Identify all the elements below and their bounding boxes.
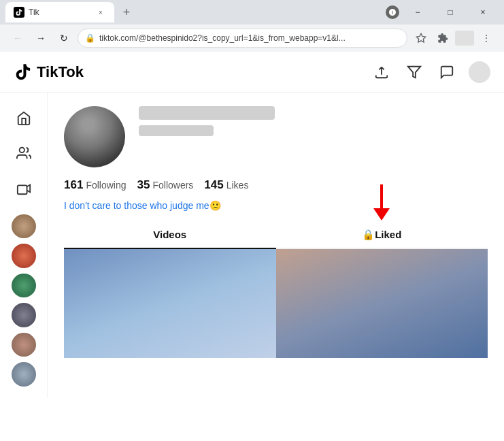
- likes-count: 145: [204, 178, 223, 192]
- video-thumbnail-2[interactable]: [276, 249, 488, 358]
- user-avatar[interactable]: [469, 61, 490, 83]
- tab-title: Tik: [29, 7, 91, 17]
- browser-tab[interactable]: Tik ×: [5, 2, 114, 22]
- profile-tabs: Videos 🔒Liked: [64, 222, 488, 249]
- sidebar-video-button[interactable]: [9, 174, 39, 203]
- likes-label: Likes: [226, 180, 249, 191]
- url-text: tiktok.com/@bethespinido2?is_copy_url=1&…: [99, 33, 400, 43]
- refresh-button[interactable]: ↻: [54, 29, 73, 48]
- download-indicator: [386, 5, 399, 19]
- nav-right: [371, 61, 490, 83]
- new-tab-button[interactable]: +: [117, 3, 136, 22]
- filter-button[interactable]: [403, 61, 425, 83]
- title-bar: Tik × + − □ ×: [0, 0, 504, 24]
- profile-stats: 161 Following 35 Followers 145 Likes: [64, 178, 488, 192]
- sidebar-avatar-2[interactable]: [12, 244, 36, 268]
- liked-tab-area: 🔒Liked: [276, 222, 488, 248]
- arrow-head: [373, 208, 390, 220]
- lock-tab-icon: 🔒: [362, 229, 375, 240]
- following-stat[interactable]: 161 Following: [64, 178, 127, 192]
- tiktok-logo-icon: [14, 63, 33, 82]
- bookmark-button[interactable]: [411, 29, 431, 48]
- svg-point-0: [19, 148, 24, 152]
- sidebar-home-button[interactable]: [9, 103, 39, 133]
- tiktok-app: TikTok: [0, 52, 504, 397]
- window-controls: − □ ×: [402, 2, 499, 22]
- top-nav: TikTok: [0, 52, 504, 93]
- profile-displayname-blurred: [139, 125, 214, 136]
- sidebar-friends-button[interactable]: [9, 139, 39, 169]
- browser-chrome: Tik × + − □ × ← → ↻ 🔒 tiktok.com/@bethes…: [0, 0, 504, 52]
- followers-stat[interactable]: 35 Followers: [137, 178, 194, 192]
- back-button[interactable]: ←: [8, 29, 27, 48]
- main-content: 161 Following 35 Followers 145 Likes I d…: [0, 93, 504, 397]
- profile-avatar: [64, 106, 125, 167]
- tab-favicon: [14, 7, 24, 18]
- upload-button[interactable]: [371, 61, 392, 83]
- video-thumbnail-1[interactable]: [64, 249, 276, 358]
- tiktok-logo-text: TikTok: [37, 63, 84, 81]
- following-label: Following: [86, 180, 126, 191]
- tab-liked[interactable]: 🔒Liked: [276, 222, 488, 249]
- likes-stat[interactable]: 145 Likes: [204, 178, 248, 192]
- forward-button[interactable]: →: [31, 29, 50, 48]
- sidebar-avatar-4[interactable]: [12, 303, 36, 327]
- followers-count: 35: [137, 178, 150, 192]
- maximize-button[interactable]: □: [435, 2, 466, 22]
- profile-content: 161 Following 35 Followers 145 Likes I d…: [48, 93, 504, 397]
- sidebar-avatar-3[interactable]: [12, 274, 36, 298]
- lock-icon: 🔒: [85, 33, 95, 43]
- tab-close-button[interactable]: ×: [95, 7, 106, 18]
- svg-rect-1: [17, 185, 27, 194]
- sidebar: [0, 93, 48, 397]
- sidebar-avatar-5[interactable]: [12, 333, 36, 357]
- tab-videos[interactable]: Videos: [64, 222, 276, 249]
- red-arrow: [373, 184, 390, 220]
- video-grid: [64, 249, 488, 358]
- menu-button[interactable]: ⋮: [477, 29, 496, 48]
- liked-label: Liked: [375, 229, 401, 240]
- address-actions: ⋮: [411, 29, 496, 48]
- minimize-button[interactable]: −: [402, 2, 433, 22]
- close-window-button[interactable]: ×: [467, 2, 499, 22]
- profile-username-blurred: [139, 106, 275, 120]
- followers-label: Followers: [152, 180, 193, 191]
- profile-header: [64, 106, 488, 167]
- address-bar: ← → ↻ 🔒 tiktok.com/@bethespinido2?is_cop…: [0, 24, 504, 52]
- extensions-button[interactable]: [433, 29, 452, 48]
- url-bar[interactable]: 🔒 tiktok.com/@bethespinido2?is_copy_url=…: [78, 29, 407, 48]
- sidebar-avatar-6[interactable]: [12, 362, 36, 387]
- profile-info: [139, 106, 488, 136]
- sidebar-avatar-1[interactable]: [12, 214, 36, 239]
- messages-button[interactable]: [436, 61, 458, 83]
- profile-button[interactable]: [455, 31, 474, 46]
- profile-bio: I don't care to those who judge me🙁: [64, 200, 488, 211]
- following-count: 161: [64, 178, 83, 192]
- arrow-shaft: [380, 184, 383, 208]
- tiktok-logo: TikTok: [14, 63, 84, 82]
